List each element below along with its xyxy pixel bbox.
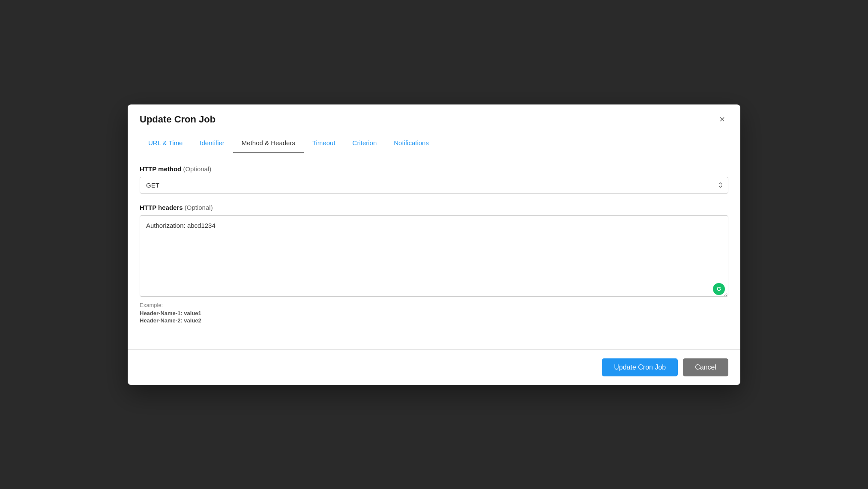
close-button[interactable]: × — [716, 113, 728, 126]
tab-bar: URL & Time Identifier Method & Headers T… — [128, 133, 740, 153]
http-method-label: HTTP method (Optional) — [140, 165, 728, 173]
tab-criterion[interactable]: Criterion — [344, 133, 386, 153]
tab-notifications[interactable]: Notifications — [385, 133, 437, 153]
tab-url-time[interactable]: URL & Time — [140, 133, 191, 153]
example-line-2: Header-Name-2: value2 — [140, 317, 728, 324]
http-headers-field: HTTP headers (Optional) Authorization: a… — [140, 204, 728, 324]
example-line-1: Header-Name-1: value1 — [140, 310, 728, 316]
modal-dialog: Update Cron Job × URL & Time Identifier … — [128, 104, 740, 385]
modal-overlay: Update Cron Job × URL & Time Identifier … — [0, 0, 868, 489]
modal-header: Update Cron Job × — [128, 104, 740, 126]
grammarly-icon: G — [713, 283, 725, 295]
modal-body: HTTP method (Optional) GET POST PUT PATC… — [128, 153, 740, 343]
tab-timeout[interactable]: Timeout — [304, 133, 344, 153]
submit-button[interactable]: Update Cron Job — [602, 358, 678, 376]
cancel-button[interactable]: Cancel — [683, 358, 728, 376]
http-method-field: HTTP method (Optional) GET POST PUT PATC… — [140, 165, 728, 194]
method-select-wrapper: GET POST PUT PATCH DELETE HEAD OPTIONS ⇕ — [140, 177, 728, 194]
http-headers-textarea[interactable]: Authorization: abcd1234 — [140, 215, 728, 297]
tab-identifier[interactable]: Identifier — [191, 133, 233, 153]
tab-method-headers[interactable]: Method & Headers — [233, 133, 304, 153]
example-label: Example: — [140, 302, 728, 308]
headers-textarea-wrapper: Authorization: abcd1234 G — [140, 215, 728, 298]
http-method-select[interactable]: GET POST PUT PATCH DELETE HEAD OPTIONS — [140, 177, 728, 194]
http-headers-label: HTTP headers (Optional) — [140, 204, 728, 211]
modal-footer: Update Cron Job Cancel — [128, 350, 740, 385]
modal-title: Update Cron Job — [140, 114, 216, 125]
